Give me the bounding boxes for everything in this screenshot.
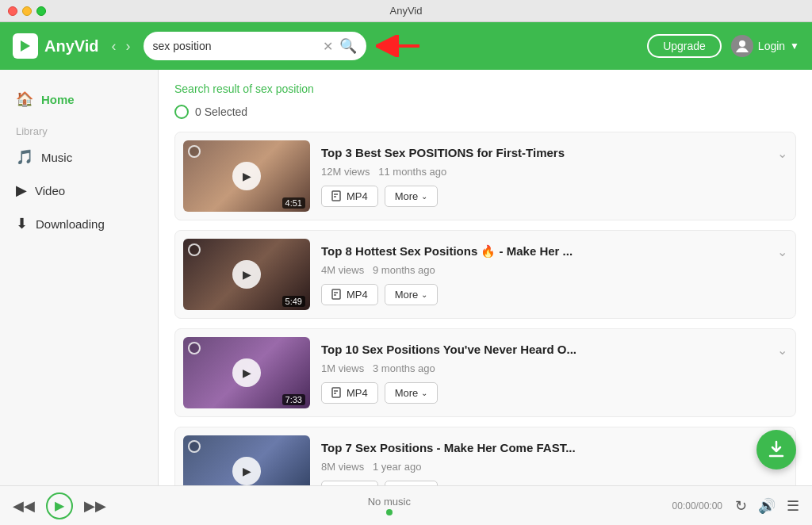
video-card: ▶ 5:25 Top 7 Sex Positions - Make Her Co… <box>174 427 796 485</box>
more-button[interactable]: More ⌄ <box>385 186 439 207</box>
search-input[interactable] <box>153 40 317 52</box>
search-result-header: Search result of sex position <box>174 82 796 95</box>
mp4-button[interactable]: MP4 <box>321 382 378 404</box>
play-icon[interactable]: ▶ <box>232 260 261 289</box>
play-pause-button[interactable]: ▶ <box>46 492 73 519</box>
sidebar-video-label: Video <box>35 184 65 197</box>
svg-rect-3 <box>332 191 340 201</box>
selected-circle-icon <box>174 105 189 119</box>
logo-text: AnyVid <box>44 37 99 56</box>
prev-button[interactable]: ◀◀ <box>13 497 35 515</box>
video-info: Top 10 Sex Positions You've Never Heard … <box>321 343 787 404</box>
main-area: 🏠 Home Library 🎵 Music ▶ Video ⬇ Downloa… <box>0 70 812 485</box>
video-meta: 8M views 1 year ago <box>321 461 787 473</box>
expand-icon[interactable]: ⌄ <box>777 244 787 259</box>
time-display: 00:00/00:00 <box>672 500 722 512</box>
dropdown-arrow-icon: ▼ <box>790 40 799 52</box>
svg-rect-9 <box>332 388 340 397</box>
svg-marker-0 <box>21 40 30 52</box>
search-icon[interactable]: 🔍 <box>339 37 357 55</box>
video-card: ▶ 5:49 Top 8 Hottest Sex Positions 🔥 - M… <box>174 230 796 319</box>
video-duration: 4:51 <box>282 197 305 209</box>
logo-icon <box>13 33 38 59</box>
svg-rect-6 <box>332 289 340 299</box>
login-area[interactable]: Login ▼ <box>731 35 799 57</box>
forward-button[interactable]: › <box>123 36 134 56</box>
float-download-button[interactable] <box>756 430 796 469</box>
content-area: Search result of sex position 0 Selected… <box>159 70 812 485</box>
sidebar-downloading-label: Downloading <box>36 217 105 231</box>
sidebar-item-music[interactable]: 🎵 Music <box>0 140 158 174</box>
video-icon: ▶ <box>16 182 27 199</box>
arrow-indicator <box>376 35 423 57</box>
more-button[interactable]: More ⌄ <box>385 284 439 305</box>
selected-count: 0 Selected <box>195 105 247 118</box>
search-bar: ✕ 🔍 <box>144 32 367 60</box>
video-duration: 7:33 <box>282 394 305 405</box>
video-title-row: Top 10 Sex Positions You've Never Heard … <box>321 343 787 358</box>
more-button[interactable]: More ⌄ <box>385 382 439 404</box>
close-button[interactable] <box>8 6 17 16</box>
video-thumbnail: ▶ 7:33 <box>183 337 310 408</box>
expand-icon[interactable]: ⌄ <box>777 343 787 358</box>
sidebar-home-label: Home <box>41 93 75 106</box>
playlist-icon[interactable]: ☰ <box>787 497 799 515</box>
video-thumbnail: ▶ 4:51 <box>183 140 310 212</box>
bottom-bar: ◀◀ ▶ ▶▶ No music 00:00/00:00 ↻ 🔊 ☰ <box>0 485 812 525</box>
progress-dot <box>386 509 393 515</box>
download-icon: ⬇ <box>16 215 28 232</box>
video-title-row: Top 7 Sex Positions - Make Her Come FAST… <box>321 441 787 456</box>
video-duration: 5:49 <box>282 296 305 307</box>
repeat-icon[interactable]: ↻ <box>735 497 747 515</box>
sidebar-music-label: Music <box>41 151 72 164</box>
header: AnyVid ‹ › ✕ 🔍 Upgrade Login ▼ <box>0 22 812 70</box>
video-title: Top 10 Sex Positions You've Never Heard … <box>321 343 771 356</box>
back-button[interactable]: ‹ <box>109 36 120 56</box>
video-thumbnail: ▶ 5:25 <box>183 435 310 485</box>
sidebar-item-home[interactable]: 🏠 Home <box>0 82 158 116</box>
video-info: Top 7 Sex Positions - Make Her Come FAST… <box>321 441 787 486</box>
mp4-button[interactable]: MP4 <box>321 186 378 207</box>
bottom-right-controls: ↻ 🔊 ☰ <box>735 497 799 515</box>
video-title-row: Top 3 Best Sex POSITIONS for First-Timer… <box>321 146 787 161</box>
title-bar: AnyVid <box>0 0 812 22</box>
sidebar-item-downloading[interactable]: ⬇ Downloading <box>0 207 158 240</box>
play-icon[interactable]: ▶ <box>232 358 261 387</box>
minimize-button[interactable] <box>22 6 32 16</box>
track-info-area: No music <box>119 496 660 515</box>
video-meta: 4M views 9 months ago <box>321 264 787 276</box>
video-info: Top 8 Hottest Sex Positions 🔥 - Make Her… <box>321 244 787 305</box>
window-title: AnyVid <box>390 5 423 17</box>
home-icon: 🏠 <box>16 90 33 108</box>
video-info: Top 3 Best Sex POSITIONS for First-Timer… <box>321 146 787 207</box>
video-actions: MP4 More ⌄ <box>321 382 787 404</box>
sidebar-item-video[interactable]: ▶ Video <box>0 174 158 207</box>
video-actions: MP4 More ⌄ <box>321 186 787 207</box>
video-title: Top 7 Sex Positions - Make Her Come FAST… <box>321 441 771 454</box>
expand-icon[interactable]: ⌄ <box>777 146 787 161</box>
video-card: ▶ 7:33 Top 10 Sex Positions You've Never… <box>174 328 796 417</box>
search-keyword: sex position <box>255 82 314 95</box>
avatar <box>731 35 753 57</box>
svg-point-2 <box>739 40 745 47</box>
video-title: Top 8 Hottest Sex Positions 🔥 - Make Her… <box>321 244 771 259</box>
music-icon: 🎵 <box>16 148 33 166</box>
volume-icon[interactable]: 🔊 <box>758 497 776 515</box>
next-button[interactable]: ▶▶ <box>84 497 106 515</box>
library-section-label: Library <box>0 116 158 140</box>
video-card: ▶ 4:51 Top 3 Best Sex POSITIONS for Firs… <box>174 132 796 220</box>
video-list: ▶ 4:51 Top 3 Best Sex POSITIONS for Firs… <box>174 132 796 485</box>
nav-arrows: ‹ › <box>109 36 134 56</box>
logo-area: AnyVid <box>13 33 99 59</box>
video-actions: MP4 More ⌄ <box>321 284 787 305</box>
mp4-button[interactable]: MP4 <box>321 284 378 305</box>
maximize-button[interactable] <box>36 6 46 16</box>
upgrade-button[interactable]: Upgrade <box>647 34 722 58</box>
clear-icon[interactable]: ✕ <box>323 39 333 54</box>
play-icon[interactable]: ▶ <box>232 457 261 485</box>
play-icon[interactable]: ▶ <box>232 162 261 190</box>
selected-row: 0 Selected <box>174 105 796 119</box>
login-text: Login <box>758 40 785 52</box>
video-thumbnail: ▶ 5:49 <box>183 239 310 310</box>
video-meta: 12M views 11 months ago <box>321 166 787 178</box>
